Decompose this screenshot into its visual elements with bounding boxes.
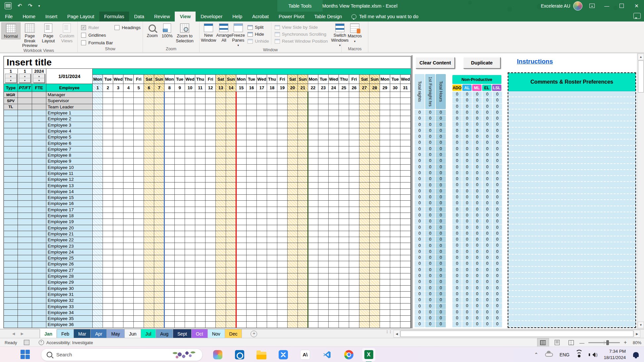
day-cell[interactable] (195, 110, 206, 116)
new-window-button[interactable]: New Window (201, 22, 216, 43)
day-cell[interactable] (236, 273, 247, 279)
non-productive-value-cell[interactable]: 0 (452, 200, 462, 206)
day-cell[interactable] (349, 177, 359, 182)
bluesky-icon[interactable] (277, 348, 290, 361)
total-value-cell[interactable]: 0 (425, 321, 435, 327)
day-cell[interactable] (329, 261, 339, 267)
day-cell[interactable] (175, 273, 185, 279)
day-cell[interactable] (380, 165, 390, 170)
day-cell[interactable] (400, 255, 411, 261)
wifi-icon[interactable] (576, 352, 582, 357)
day-cell[interactable] (288, 189, 298, 194)
fte-cell[interactable] (32, 303, 46, 309)
day-number-23[interactable]: 23 (318, 84, 329, 92)
day-cell[interactable] (154, 189, 164, 194)
day-cell[interactable] (226, 267, 236, 273)
normal-view-toggle[interactable] (537, 338, 549, 347)
day-cell[interactable] (288, 140, 298, 146)
day-cell[interactable] (359, 267, 370, 273)
day-cell[interactable] (134, 171, 144, 176)
day-cell[interactable] (308, 255, 318, 261)
day-cell[interactable] (298, 116, 308, 122)
non-productive-value-cell[interactable]: 0 (473, 134, 482, 140)
day-cell[interactable] (298, 279, 308, 285)
day-cell[interactable] (113, 110, 123, 116)
day-cell[interactable] (123, 146, 134, 152)
day-cell[interactable] (318, 237, 329, 243)
employee-name-cell[interactable]: Employee 2 (46, 116, 93, 122)
day-cell[interactable] (216, 134, 226, 140)
day-cell[interactable] (390, 273, 400, 279)
day-cell[interactable] (257, 286, 267, 291)
day-cell[interactable] (154, 292, 164, 297)
day-number-25[interactable]: 25 (339, 84, 349, 92)
day-cell[interactable] (277, 189, 288, 194)
day-cell[interactable] (318, 152, 329, 158)
horizontal-scrollbar[interactable]: ◀ ▶ (393, 330, 640, 338)
day-cell[interactable] (134, 104, 144, 110)
day-cell[interactable] (185, 122, 195, 128)
total-value-cell[interactable]: 0 (436, 243, 446, 249)
non-productive-value-cell[interactable]: 0 (483, 104, 492, 109)
day-cell[interactable] (164, 134, 175, 140)
comment-row[interactable] (508, 140, 635, 145)
day-cell[interactable] (318, 225, 329, 231)
total-value-cell[interactable]: 0 (415, 273, 425, 279)
day-cell[interactable] (103, 189, 113, 194)
day-cell[interactable] (206, 207, 216, 213)
day-cell[interactable] (154, 98, 164, 103)
day-cell[interactable] (308, 177, 318, 182)
day-cell[interactable] (247, 146, 257, 152)
day-cell[interactable] (339, 182, 349, 188)
day-cell[interactable] (185, 116, 195, 122)
macro-record-icon[interactable] (24, 340, 29, 345)
non-productive-value-cell[interactable]: 0 (462, 164, 472, 170)
day-cell[interactable] (134, 207, 144, 213)
day-cell[interactable] (113, 303, 123, 309)
day-cell[interactable] (390, 177, 400, 182)
day-cell[interactable] (318, 298, 329, 303)
day-cell[interactable] (216, 279, 226, 285)
day-cell[interactable] (318, 110, 329, 116)
non-productive-value-cell[interactable]: 0 (483, 146, 492, 152)
day-cell[interactable] (400, 243, 411, 249)
day-cell[interactable] (236, 225, 247, 231)
day-number-2[interactable]: 2 (103, 84, 113, 92)
day-cell[interactable] (257, 303, 267, 309)
non-productive-value-cell[interactable]: 0 (493, 140, 502, 145)
day-cell[interactable] (185, 134, 195, 140)
day-cell[interactable] (318, 316, 329, 321)
day-cell[interactable] (206, 237, 216, 243)
day-cell[interactable] (226, 177, 236, 182)
chrome-icon[interactable] (342, 348, 355, 361)
non-productive-value-cell[interactable]: 0 (462, 92, 472, 97)
day-cell[interactable] (123, 310, 134, 315)
non-productive-value-cell[interactable]: 0 (483, 152, 492, 158)
day-spinner[interactable]: ▲▼ (5, 74, 17, 83)
day-name-6[interactable]: Sat (144, 75, 154, 84)
day-cell[interactable] (380, 243, 390, 249)
day-cell[interactable] (195, 134, 206, 140)
day-cell[interactable] (175, 189, 185, 194)
day-cell[interactable] (308, 171, 318, 176)
day-cell[interactable] (298, 201, 308, 206)
day-cell[interactable] (206, 261, 216, 267)
day-cell[interactable] (339, 134, 349, 140)
day-cell[interactable] (195, 182, 206, 188)
day-cell[interactable] (329, 322, 339, 327)
day-cell[interactable] (247, 195, 257, 200)
day-cell[interactable] (93, 189, 103, 194)
day-cell[interactable] (123, 249, 134, 255)
comment-row[interactable] (508, 146, 635, 152)
total-value-cell[interactable]: 0 (415, 158, 425, 164)
ptft-cell[interactable] (18, 279, 32, 285)
day-cell[interactable] (236, 279, 247, 285)
comment-row[interactable] (508, 206, 635, 212)
day-cell[interactable] (370, 231, 380, 237)
day-cell[interactable] (339, 171, 349, 176)
day-cell[interactable] (277, 98, 288, 103)
day-cell[interactable] (144, 310, 154, 315)
sheet-tab-oct[interactable]: Oct (192, 329, 208, 338)
autosave-icon[interactable] (5, 2, 12, 9)
day-cell[interactable] (103, 273, 113, 279)
